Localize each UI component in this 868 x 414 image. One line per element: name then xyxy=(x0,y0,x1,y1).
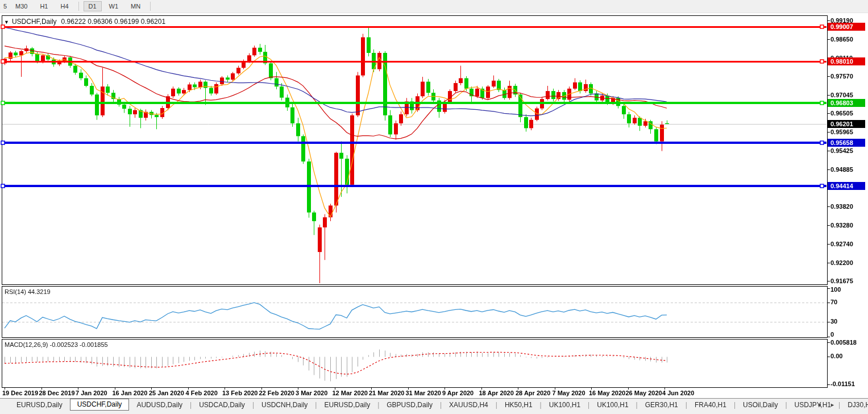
tab-uk100-h1[interactable]: UK100,H1 xyxy=(589,399,636,411)
date-tick-label: 16 May 2020 xyxy=(589,390,625,396)
tab-usdchf-daily[interactable]: USDCHF,Daily xyxy=(70,399,130,411)
symbol-tabs: EURUSD,DailyUSDCHF,DailyAUDUSD,Daily|USD… xyxy=(0,399,868,411)
tab-audusd-daily[interactable]: AUDUSD,Daily xyxy=(129,399,190,411)
rsi-tick-label: 70 xyxy=(830,299,837,305)
date-tick-label: 9 Apr 2020 xyxy=(442,390,474,396)
tab-dj30-h1[interactable]: DJ30,H1 xyxy=(840,399,868,411)
chart-title: ▼USDCHF,Daily0.96222 0.96306 0.96199 0.9… xyxy=(4,18,165,26)
price-tick-label: 0.93280 xyxy=(830,222,853,229)
price-tick-label: 0.97045 xyxy=(830,92,853,99)
rsi-tick-label: 100 xyxy=(830,286,841,293)
date-tick-label: 12 Mar 2020 xyxy=(333,390,368,396)
chart-ohlc-values: 0.96222 0.96306 0.96199 0.96201 xyxy=(61,18,166,26)
date-tick-label: 7 Jan 2020 xyxy=(76,390,107,396)
chart-dropdown-icon[interactable]: ▼ xyxy=(4,19,9,25)
price-badge: 0.94414 xyxy=(828,182,865,190)
tab-gbpusd-daily[interactable]: GBPUSD,Daily xyxy=(379,399,440,411)
date-tick-label: 28 Dec 2019 xyxy=(39,390,75,396)
symbol-tabbar: EURUSD,DailyUSDCHF,DailyAUDUSD,Daily|USD… xyxy=(0,398,868,414)
price-badge: 0.95658 xyxy=(828,139,865,147)
tab-xauusd-h4[interactable]: XAUUSD,H4 xyxy=(442,399,496,411)
date-tick-label: 19 Dec 2019 xyxy=(2,390,38,396)
price-tick-label: 0.95425 xyxy=(830,147,853,155)
date-tick-label: 28 Apr 2020 xyxy=(516,390,550,396)
date-tick-label: 31 Mar 2020 xyxy=(406,390,441,396)
price-tick-label: 0.93820 xyxy=(830,203,853,210)
date-tick-label: 22 Feb 2020 xyxy=(259,390,294,396)
tab-uk100-h1[interactable]: UK100,H1 xyxy=(542,399,588,411)
date-tick-label: 21 Mar 2020 xyxy=(369,390,404,396)
tab-usdcad-daily[interactable]: USDCAD,Daily xyxy=(192,399,252,411)
macd-indicator-label: MACD(12,26,9) -0.002523 -0.001855 xyxy=(5,341,108,348)
tab-eurusd-daily[interactable]: EURUSD,Daily xyxy=(9,399,70,411)
price-tick-label: 0.92740 xyxy=(830,241,853,248)
price-tick-label: 0.98650 xyxy=(830,36,853,43)
price-badge: 0.96803 xyxy=(828,99,865,107)
current-price-badge: 0.96201 xyxy=(828,120,865,128)
price-tick-label: 0.91675 xyxy=(830,278,853,285)
terminal-window: 5M30H1H4D1W1MN ▼USDCHF,Daily0.96222 0.96… xyxy=(0,0,868,414)
chart-symbol-label: USDCHF,Daily xyxy=(12,18,57,26)
tab-ger30-h1[interactable]: GER30,H1 xyxy=(638,399,686,411)
tab-usoil-daily[interactable]: USOil,Daily xyxy=(736,399,785,411)
date-tick-label: 3 Mar 2020 xyxy=(296,390,327,396)
rsi-tick-label: 30 xyxy=(830,318,837,325)
tab-eurusd-daily[interactable]: EURUSD,Daily xyxy=(317,399,377,411)
date-tick-label: 26 May 2020 xyxy=(626,390,662,396)
price-badge: 0.98010 xyxy=(828,57,865,65)
date-tick-label: 4 Feb 2020 xyxy=(186,390,218,396)
date-tick-label: 13 Feb 2020 xyxy=(222,390,258,396)
rsi-indicator-label: RSI(14) 44.3219 xyxy=(5,288,51,295)
tab-usdcnh-daily[interactable]: USDCNH,Daily xyxy=(254,399,315,411)
date-tick-label: 25 Jan 2020 xyxy=(149,390,184,396)
tab-fra40-h1[interactable]: FRA40,H1 xyxy=(687,399,734,411)
price-tick-label: 0.97570 xyxy=(830,73,853,80)
price-tick-label: 0.96505 xyxy=(830,110,853,117)
date-tick-label: 7 May 2020 xyxy=(553,390,585,396)
macd-tick-label: 0.00 xyxy=(830,353,842,359)
date-tick-label: 16 Jan 2020 xyxy=(113,390,148,396)
tab-scroll-arrows: ◄ ► xyxy=(817,402,838,408)
date-tick-label: 18 Apr 2020 xyxy=(479,390,514,396)
price-tick-label: 0.95965 xyxy=(830,129,853,136)
macd-tick-label: 0.005818 xyxy=(830,339,857,346)
price-badge: 0.99007 xyxy=(828,23,865,31)
tab-hk50-h1[interactable]: HK50,H1 xyxy=(497,399,540,411)
chart-canvas[interactable] xyxy=(0,0,868,414)
rsi-tick-label: 0 xyxy=(830,331,834,338)
price-tick-label: 0.92200 xyxy=(830,259,853,267)
price-tick-label: 0.94885 xyxy=(830,166,853,173)
tab-scroll-left-icon[interactable]: ◄ xyxy=(817,402,825,408)
date-tick-label: 4 Jun 2020 xyxy=(662,390,694,396)
tab-scroll-right-icon[interactable]: ► xyxy=(830,402,838,408)
macd-tick-label: -0.01151 xyxy=(830,380,855,387)
